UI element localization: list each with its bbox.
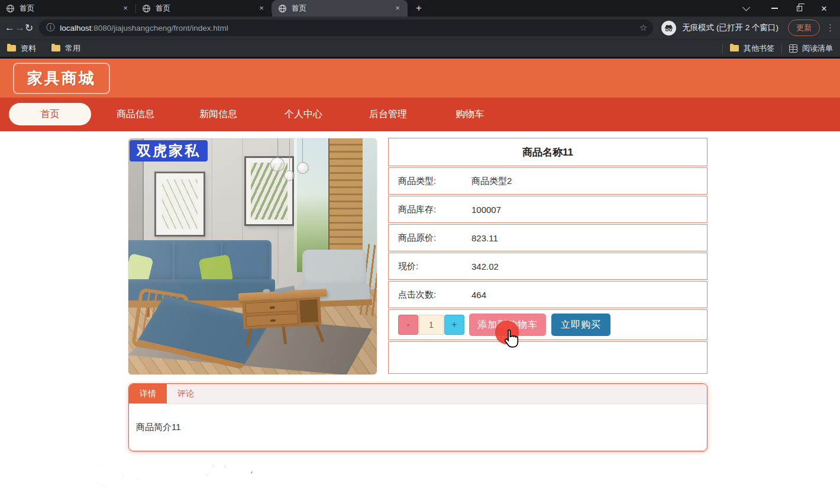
armchair-back (302, 250, 366, 289)
field-value: 商品类型2 (471, 176, 512, 187)
quantity-plus-button[interactable]: + (444, 315, 464, 335)
nav-item-admin[interactable]: 后台管理 (369, 98, 407, 131)
incognito-status-text: 无痕模式 (已打开 2 个窗口) (682, 22, 778, 33)
bookmarks-bar: 资料 常用 其他书签 阅读清单 (0, 39, 840, 57)
detail-tab-header: 详情 评论 (129, 384, 707, 404)
product-field-row: 商品原价: 823.11 (388, 224, 707, 251)
nav-item-cart[interactable]: 购物车 (455, 98, 484, 131)
site-logo: 家具商城 (13, 63, 110, 94)
browser-menu-icon[interactable]: ⋮ (826, 22, 835, 33)
tab-search-chevron-icon[interactable] (742, 4, 750, 11)
quantity-stepper: - + (398, 315, 464, 335)
bookmark-folder-ziliao[interactable]: 资料 (7, 43, 36, 54)
divider (781, 44, 782, 53)
detail-content-text: 商品简介11 (129, 404, 707, 433)
nav-item-news[interactable]: 新闻信息 (199, 98, 237, 131)
field-value: 100007 (471, 205, 501, 215)
tab-title: 首页 (20, 4, 120, 14)
pendant-lamp (284, 170, 295, 181)
forward-button[interactable]: → (15, 20, 25, 36)
field-label: 点击次数: (398, 289, 471, 301)
browser-tab-3-active[interactable]: 首页 × (272, 0, 408, 17)
field-label: 商品库存: (398, 204, 471, 215)
wall-art (244, 156, 294, 226)
field-value: 464 (471, 290, 486, 300)
site-header: 家具商城 (0, 59, 840, 98)
product-name: 商品名称11 (388, 138, 707, 166)
tab-comment[interactable]: 评论 (167, 384, 205, 403)
incognito-icon (661, 21, 676, 35)
tab-title: 首页 (156, 4, 256, 14)
browser-tab-2[interactable]: 首页 × (136, 0, 272, 17)
bookmark-label: 常用 (65, 43, 80, 54)
field-label: 商品原价: (398, 232, 471, 244)
pendant-cord (302, 138, 303, 163)
globe-favicon (278, 4, 287, 13)
nav-item-profile[interactable]: 个人中心 (285, 98, 322, 131)
product-detail-panel: 商品名称11 商品类型: 商品类型2 商品库存: 100007 商品原价: 82… (388, 138, 707, 374)
folder-icon (51, 45, 60, 51)
purchase-action-row: - + 添加到购物车 立即购买 (388, 309, 707, 340)
reading-list-label: 阅读清单 (802, 43, 833, 54)
incognito-indicator: 无痕模式 (已打开 2 个窗口) (661, 21, 778, 35)
tab-strip: 首页 × 首页 × 首页 × + × (0, 0, 840, 17)
detail-tab-panel: 详情 评论 商品简介11 (128, 383, 707, 451)
reading-list-button[interactable]: 阅读清单 (789, 43, 833, 54)
tab-close-icon[interactable]: × (392, 3, 403, 14)
close-window-button[interactable]: × (812, 0, 836, 17)
folder-icon (7, 45, 16, 51)
pendant-cord (289, 138, 290, 172)
field-value: 823.11 (471, 233, 498, 243)
tab-title: 首页 (292, 4, 392, 14)
brand-badge: 双虎家私 (130, 140, 208, 161)
product-field-row: 商品库存: 100007 (388, 196, 707, 223)
minimize-button[interactable] (762, 0, 787, 17)
restore-icon (797, 6, 802, 11)
chrome-update-button[interactable]: 更新 (788, 20, 820, 36)
nav-item-products[interactable]: 商品信息 (117, 98, 154, 131)
restore-button[interactable] (787, 0, 812, 17)
folder-icon (730, 45, 739, 51)
address-bar[interactable]: ⓘ localhost:8080/jiajushangcheng/front/i… (39, 20, 653, 36)
bookmark-label: 资料 (21, 43, 36, 54)
tab-close-icon[interactable]: × (120, 3, 131, 14)
browser-tab-1[interactable]: 首页 × (0, 0, 135, 17)
pendant-lamp (297, 162, 309, 174)
pendant-lamp (270, 157, 285, 172)
nav-item-home-active[interactable]: 首页 (9, 103, 91, 125)
window-controls: × (738, 0, 840, 17)
quantity-input[interactable] (419, 315, 444, 335)
bookmark-star-icon[interactable]: ☆ (639, 22, 647, 33)
product-field-row: 现价: 342.02 (388, 253, 707, 280)
field-label: 商品类型: (398, 176, 471, 187)
other-bookmarks-label: 其他书签 (744, 43, 774, 54)
product-field-row: 商品类型: 商品类型2 (388, 167, 707, 195)
buy-now-button[interactable]: 立即购买 (551, 314, 610, 336)
empty-row (388, 341, 707, 374)
wall-art (154, 172, 205, 237)
coffee-table (238, 289, 329, 353)
back-button[interactable]: ← (5, 20, 15, 36)
product-image: 双虎家私 (128, 138, 377, 374)
bookmarks-bar-right: 其他书签 阅读清单 (715, 43, 833, 54)
url-path: :8080/jiajushangcheng/front/index.html (92, 24, 228, 33)
quantity-minus-button[interactable]: - (398, 315, 418, 335)
close-icon: × (821, 4, 827, 14)
tab-detail-active[interactable]: 详情 (129, 384, 167, 403)
hand-cursor (502, 329, 520, 350)
globe-favicon (142, 4, 151, 13)
reload-button[interactable]: ↻ (25, 20, 33, 36)
other-bookmarks-button[interactable]: 其他书签 (730, 43, 774, 54)
new-tab-button[interactable]: + (411, 1, 427, 16)
url-host: localhost (60, 24, 91, 33)
field-label: 现价: (398, 261, 471, 272)
site-info-icon[interactable]: ⓘ (46, 22, 54, 33)
field-value: 342.02 (471, 261, 499, 272)
globe-favicon (6, 4, 15, 13)
bookmark-folder-changyong[interactable]: 常用 (51, 43, 80, 54)
browser-toolbar: ← → ↻ ⓘ localhost:8080/jiajushangcheng/f… (0, 17, 840, 39)
page-content: 双虎家私 商品名称11 商品类型: 商品类型2 商品库存: 100007 商品原… (0, 131, 840, 504)
browser-window: 首页 × 首页 × 首页 × + × ← → ↻ ⓘ localhost:808… (0, 0, 840, 504)
minimize-icon (771, 8, 778, 9)
tab-close-icon[interactable]: × (256, 3, 267, 14)
